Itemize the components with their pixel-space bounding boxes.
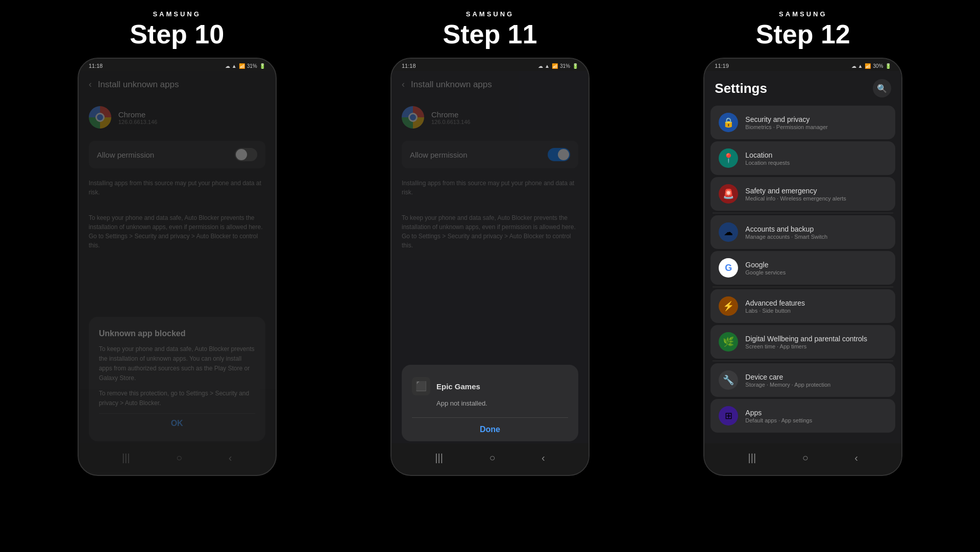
epic-icon: ⬛ xyxy=(412,377,430,395)
divider-6 xyxy=(713,361,893,361)
step10-title: Step 10 xyxy=(130,19,224,49)
dialog-ok-button[interactable]: OK xyxy=(99,413,255,433)
settings-item-0[interactable]: 🔒Security and privacyBiometrics · Permis… xyxy=(710,106,895,139)
settings-screen: Settings 🔍 🔒Security and privacyBiometri… xyxy=(704,71,901,472)
back-btn-11[interactable]: ‹ xyxy=(542,452,545,464)
chrome-version-10: 126.0.6613.146 xyxy=(118,119,265,125)
settings-page-title: Settings xyxy=(715,81,767,96)
settings-item-5[interactable]: ⚡Advanced featuresLabs · Side button xyxy=(710,289,895,323)
settings-icon-7: 🔧 xyxy=(719,370,738,390)
settings-item-sub-5: Labs · Side button xyxy=(745,308,887,314)
nav-bar-10: ||| ○ ‹ xyxy=(79,443,276,472)
toggle-knob-10 xyxy=(236,149,247,160)
divider-4 xyxy=(713,287,893,287)
step10-column: SAMSUNG Step 10 11:18 ☁ ▲ 📶 31% 🔋 ‹ Inst… xyxy=(29,10,325,476)
settings-item-sub-2: Medical info · Wireless emergency alerts xyxy=(745,195,887,202)
settings-item-4[interactable]: GGoogleGoogle services xyxy=(710,251,895,285)
settings-text-0: Security and privacyBiometrics · Permiss… xyxy=(745,115,887,130)
step12-header: SAMSUNG Step 12 xyxy=(756,10,850,49)
settings-icon-0: 🔒 xyxy=(719,113,738,132)
settings-item-sub-3: Manage accounts · Smart Switch xyxy=(745,234,887,240)
step12-signal: ☁ ▲ 📶 30% 🔋 xyxy=(851,63,892,69)
step10-header: SAMSUNG Step 10 xyxy=(130,10,224,49)
settings-item-title-2: Safety and emergency xyxy=(745,187,887,195)
samsung-logo-12: SAMSUNG xyxy=(756,10,850,18)
chrome-version-11: 126.0.6613.146 xyxy=(431,119,578,125)
settings-item-title-6: Digital Wellbeing and parental controls xyxy=(745,335,887,343)
recent-btn-11[interactable]: ||| xyxy=(435,452,443,464)
install-title-10: Install unknown apps xyxy=(98,80,179,90)
recent-btn-10[interactable]: ||| xyxy=(122,452,130,464)
settings-icon-3: ☁ xyxy=(719,222,738,242)
back-arrow-10[interactable]: ‹ xyxy=(89,79,92,90)
chrome-info-10: Chrome 126.0.6613.146 xyxy=(118,110,265,125)
home-btn-12[interactable]: ○ xyxy=(802,452,808,464)
step12-status-bar: 11:19 ☁ ▲ 📶 30% 🔋 xyxy=(704,59,901,71)
home-btn-10[interactable]: ○ xyxy=(176,452,182,464)
dialog-title-10: Unknown app blocked xyxy=(99,329,255,338)
settings-item-title-1: Location xyxy=(745,151,887,159)
step11-signal: ☁ ▲ 📶 31% 🔋 xyxy=(538,63,578,69)
allow-permission-label-10: Allow permission xyxy=(97,150,155,159)
settings-item-title-4: Google xyxy=(745,261,887,269)
step12-title: Step 12 xyxy=(756,19,850,49)
unknown-app-dialog: Unknown app blocked To keep your phone a… xyxy=(89,317,265,441)
step12-screen: Settings 🔍 🔒Security and privacyBiometri… xyxy=(704,71,901,472)
settings-item-sub-4: Google services xyxy=(745,269,887,275)
settings-text-3: Accounts and backupManage accounts · Sma… xyxy=(745,225,887,240)
step10-signal: ☁ ▲ 📶 31% 🔋 xyxy=(225,63,265,69)
settings-item-6[interactable]: 🌿Digital Wellbeing and parental controls… xyxy=(710,325,895,359)
step11-column: SAMSUNG Step 11 11:18 ☁ ▲ 📶 31% 🔋 ‹ Inst… xyxy=(342,10,638,476)
settings-text-8: AppsDefault apps · App settings xyxy=(745,409,887,423)
settings-item-8[interactable]: ⊞AppsDefault apps · App settings xyxy=(710,399,895,433)
settings-item-sub-8: Default apps · App settings xyxy=(745,417,887,423)
back-btn-10[interactable]: ‹ xyxy=(229,452,232,464)
settings-list: 🔒Security and privacyBiometrics · Permis… xyxy=(704,106,901,433)
settings-text-1: LocationLocation requests xyxy=(745,151,887,166)
settings-item-sub-6: Screen time · App timers xyxy=(745,343,887,349)
step10-phone: 11:18 ☁ ▲ 📶 31% 🔋 ‹ Install unknown apps xyxy=(78,58,277,476)
settings-item-2[interactable]: 🚨Safety and emergencyMedical info · Wire… xyxy=(710,177,895,211)
step10-status-bar: 11:18 ☁ ▲ 📶 31% 🔋 xyxy=(79,59,276,71)
nav-bar-11: ||| ○ ‹ xyxy=(391,443,589,472)
chrome-icon-11 xyxy=(402,106,424,129)
settings-item-sub-1: Location requests xyxy=(745,160,887,166)
settings-item-1[interactable]: 📍LocationLocation requests xyxy=(710,141,895,175)
install-title-11: Install unknown apps xyxy=(411,80,492,90)
toggle-knob-11 xyxy=(558,149,569,160)
back-arrow-11[interactable]: ‹ xyxy=(402,79,405,90)
step10-time: 11:18 xyxy=(89,63,103,69)
epic-subtitle: App not installed. xyxy=(412,399,568,407)
settings-item-3[interactable]: ☁Accounts and backupManage accounts · Sm… xyxy=(710,215,895,249)
samsung-logo-10: SAMSUNG xyxy=(130,10,224,18)
settings-text-7: Device careStorage · Memory · App protec… xyxy=(745,373,887,388)
settings-item-title-8: Apps xyxy=(745,409,887,417)
settings-icon-5: ⚡ xyxy=(719,296,738,316)
permission-toggle-10[interactable] xyxy=(235,148,257,161)
allow-permission-label-11: Allow permission xyxy=(410,150,468,159)
step11-screen: ‹ Install unknown apps Chrome 126.0.6613… xyxy=(391,71,589,472)
epic-games-dialog: ⬛ Epic Games App not installed. Done xyxy=(402,365,578,441)
chrome-row-11: Chrome 126.0.6613.146 xyxy=(391,98,589,137)
dialog-body1-10: To keep your phone and data safe, Auto B… xyxy=(99,344,255,384)
step10-screen: ‹ Install unknown apps Chrome 126.0.6613… xyxy=(79,71,276,472)
settings-item-title-3: Accounts and backup xyxy=(745,225,887,233)
step11-status-bar: 11:18 ☁ ▲ 📶 31% 🔋 xyxy=(391,59,589,71)
permission-toggle-11[interactable] xyxy=(548,148,570,161)
divider-2 xyxy=(713,213,893,213)
epic-done-button[interactable]: Done xyxy=(412,417,568,441)
settings-item-title-0: Security and privacy xyxy=(745,115,887,123)
settings-text-6: Digital Wellbeing and parental controlsS… xyxy=(745,335,887,349)
settings-icon-8: ⊞ xyxy=(719,406,738,425)
step12-phone: 11:19 ☁ ▲ 📶 30% 🔋 Settings 🔍 🔒Security a… xyxy=(703,58,902,476)
settings-search-button[interactable]: 🔍 xyxy=(873,79,891,97)
home-btn-11[interactable]: ○ xyxy=(489,452,495,464)
settings-item-7[interactable]: 🔧Device careStorage · Memory · App prote… xyxy=(710,363,895,397)
chrome-info-11: Chrome 126.0.6613.146 xyxy=(431,110,578,125)
settings-header: Settings 🔍 xyxy=(704,71,901,104)
settings-text-2: Safety and emergencyMedical info · Wirel… xyxy=(745,187,887,202)
recent-btn-12[interactable]: ||| xyxy=(748,452,756,464)
step12-column: SAMSUNG Step 12 11:19 ☁ ▲ 📶 30% 🔋 Settin… xyxy=(655,10,951,476)
step11-time: 11:18 xyxy=(402,63,416,69)
back-btn-12[interactable]: ‹ xyxy=(854,452,858,464)
